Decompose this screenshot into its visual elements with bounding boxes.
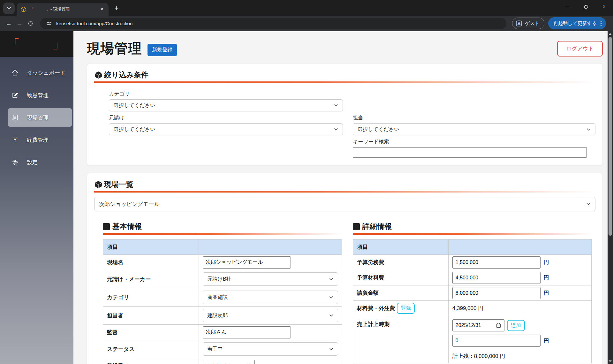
site-settings-icon[interactable] <box>45 19 53 27</box>
material-cost-label: 材料費・外注費 <box>357 305 395 312</box>
category-filter-select[interactable]: 選択してください <box>109 99 343 111</box>
profile-button[interactable]: ゲスト <box>512 18 544 29</box>
person-icon <box>516 20 522 27</box>
status-select[interactable]: 着手中 <box>203 342 338 356</box>
chevron-down-icon <box>329 314 333 317</box>
edit-icon <box>11 92 19 99</box>
contract-amount-input[interactable] <box>452 287 541 299</box>
sidebar-item-dashboard[interactable]: ダッシュボード <box>0 65 72 80</box>
yen-icon: ¥ <box>11 136 19 144</box>
manager-select[interactable]: 建設次郎 <box>203 309 338 322</box>
registration-date-value: 2025/12/08 <box>206 363 231 364</box>
restore-button[interactable] <box>577 0 595 13</box>
logout-button[interactable]: ログアウト <box>557 41 603 57</box>
sidebar-item-settings[interactable]: 設定 <box>0 155 72 170</box>
sidebar: 「 」 ダッシュボード 勤怠管理 現場管理 <box>0 31 73 364</box>
cube-icon <box>94 71 102 79</box>
sales-period-label: 売上計上時期 <box>353 316 449 363</box>
tab-search-button[interactable] <box>3 3 15 14</box>
new-tab-button[interactable]: + <box>111 3 122 14</box>
close-window-button[interactable]: × <box>595 0 613 13</box>
scroll-up-icon[interactable] <box>609 33 612 35</box>
material-budget-input[interactable] <box>452 272 541 284</box>
manager-label: 担当者 <box>103 307 199 325</box>
contractor-label: 元請け・メーカー <box>103 270 199 288</box>
logo-close-bracket: 」 <box>52 31 64 57</box>
logo-open-bracket: 「 <box>8 31 20 57</box>
forward-button[interactable]: → <box>14 18 25 29</box>
browser-tab[interactable]: 「 」- 現場管理 × <box>17 3 109 16</box>
remaining-amount-text: 計上残：8,000,000 円 <box>452 353 587 360</box>
registration-date-input[interactable]: 2025/12/08 <box>203 360 255 364</box>
square-icon <box>353 223 360 230</box>
category-select[interactable]: 商業施設 <box>203 291 338 304</box>
category-label: カテゴリ <box>103 288 199 307</box>
labor-budget-label: 予算労務費 <box>353 255 449 270</box>
chevron-down-icon <box>334 128 338 131</box>
main-content: 現場管理 新規登録 ログアウト 絞り込み条件 カテゴリ 選択してください <box>73 31 613 364</box>
sales-amount-input[interactable] <box>452 335 541 347</box>
update-label: 再起動して更新する <box>553 20 597 27</box>
contractor-select[interactable]: 元請けB社 <box>203 272 338 286</box>
scroll-down-icon[interactable] <box>609 360 612 362</box>
contractor-filter-select[interactable]: 選択してください <box>109 123 343 135</box>
unit-label: 円 <box>544 274 549 281</box>
keyword-search-input[interactable] <box>353 147 587 158</box>
page-scrollbar[interactable] <box>608 31 613 364</box>
status-value: 着手中 <box>208 346 223 353</box>
add-period-button[interactable]: 追加 <box>507 320 525 331</box>
reload-button[interactable] <box>25 18 36 29</box>
table-header-row: 項目 <box>353 239 592 255</box>
sales-period-date-input[interactable]: 2025/12/31 <box>452 319 504 331</box>
registration-date-label: 登録日 <box>103 358 199 364</box>
labor-budget-input[interactable] <box>452 256 541 269</box>
basic-info-table: 項目 現場名 元請け・メーカー 元請けB社 <box>103 239 342 364</box>
chevron-down-icon <box>329 278 333 281</box>
browser-menu-icon[interactable] <box>599 21 603 26</box>
detail-info-heading: 詳細情報 <box>362 222 392 231</box>
table-row: 予算材料費 円 <box>353 270 592 285</box>
minimize-button[interactable]: – <box>559 0 577 13</box>
cube-icon <box>94 180 102 189</box>
calendar-icon[interactable] <box>496 323 501 328</box>
address-bar[interactable]: kensetsu-tool.com/app/Construction <box>40 18 506 29</box>
accent-underline <box>353 233 592 235</box>
material-budget-label: 予算材料費 <box>353 270 449 285</box>
register-cost-button[interactable]: 登録 <box>397 303 415 314</box>
profile-label: ゲスト <box>525 20 540 27</box>
site-select[interactable]: 次郎ショッピングモール <box>94 197 595 211</box>
tab-strip: 「 」- 現場管理 × + – × <box>0 0 613 16</box>
sidebar-item-label: 勤怠管理 <box>27 92 49 99</box>
square-icon <box>103 223 110 230</box>
unit-label: 円 <box>544 337 549 345</box>
table-row: 現場名 <box>103 255 342 270</box>
tab-close-icon[interactable]: × <box>98 6 105 13</box>
table-row: 登録日 2025/12/08 <box>103 358 342 364</box>
site-list-card: 現場一覧 次郎ショッピングモール 基本情報 項目 <box>87 173 603 364</box>
site-name-input[interactable] <box>203 256 291 269</box>
accent-underline <box>94 81 595 83</box>
manager-filter-label: 担当 <box>353 115 595 121</box>
scrollbar-thumb[interactable] <box>609 37 612 236</box>
restart-update-button[interactable]: 再起動して更新する <box>548 17 606 29</box>
journal-icon <box>11 114 19 121</box>
basic-info-heading: 基本情報 <box>112 222 142 231</box>
sidebar-item-expenses[interactable]: ¥ 経費管理 <box>0 132 72 148</box>
column-header-value <box>199 239 342 255</box>
manager-value: 建設次郎 <box>208 312 228 319</box>
accent-underline <box>94 191 595 193</box>
gear-icon <box>11 159 19 166</box>
new-registration-button[interactable]: 新規登録 <box>148 44 177 56</box>
back-button[interactable]: ← <box>3 18 14 29</box>
browser-chrome: 「 」- 現場管理 × + – × ← → kensetsu-tool.com/… <box>0 0 613 31</box>
url-text: kensetsu-tool.com/app/Construction <box>56 21 132 26</box>
category-filter-label: カテゴリ <box>109 91 343 97</box>
manager-filter-select[interactable]: 選択してください <box>353 123 595 135</box>
sidebar-item-label: 経費管理 <box>27 136 49 144</box>
chevron-down-icon <box>587 128 591 131</box>
filter-heading: 絞り込み条件 <box>104 70 148 80</box>
table-row: 請負金額 円 <box>353 285 592 301</box>
sidebar-item-attendance[interactable]: 勤怠管理 <box>0 87 72 103</box>
supervisor-input[interactable] <box>203 326 291 338</box>
sidebar-item-site-management[interactable]: 現場管理 <box>8 108 72 127</box>
